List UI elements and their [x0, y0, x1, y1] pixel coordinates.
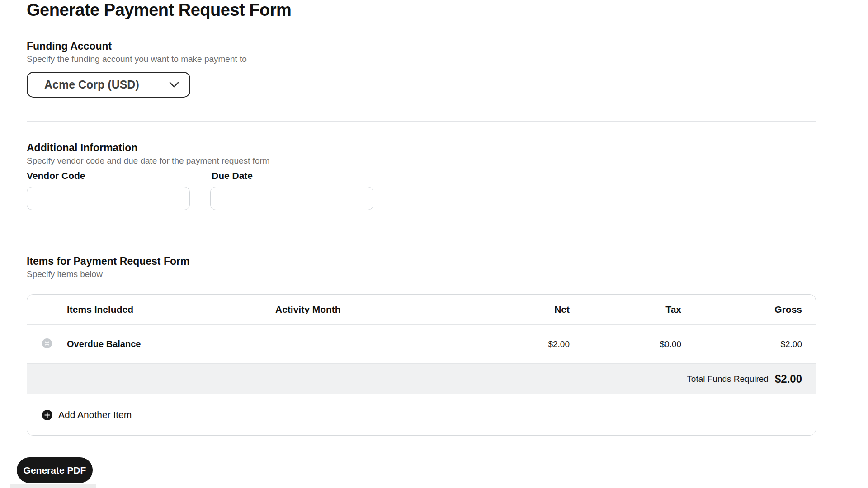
funding-account-selected-value: Acme Corp (USD) [44, 78, 139, 91]
remove-item-cell [27, 338, 67, 350]
column-header-gross: Gross [681, 304, 802, 315]
total-funds-row: Total Funds Required $2.00 [27, 364, 816, 394]
generate-pdf-button[interactable]: Generate PDF [17, 457, 93, 483]
additional-information-section: Additional Information Specify vendor co… [27, 141, 396, 210]
funding-account-description: Specify the funding account you want to … [27, 54, 247, 65]
items-table: Items Included Activity Month Net Tax Gr… [27, 294, 816, 436]
bottom-edge-strip [10, 484, 96, 488]
divider [27, 232, 816, 232]
divider [27, 121, 816, 122]
field-inputs-row [27, 187, 396, 210]
column-header-net: Net [488, 304, 570, 315]
items-description: Specify items below [27, 269, 816, 280]
payment-request-form-page: Generate Payment Request Form Funding Ac… [0, 0, 868, 488]
add-another-item-label: Add Another Item [58, 409, 132, 420]
item-gross: $2.00 [681, 339, 802, 349]
due-date-input[interactable] [210, 187, 373, 210]
column-header-items-included: Items Included [67, 304, 275, 315]
field-labels-row: Vendor Code Due Date [27, 171, 396, 180]
items-section: Items for Payment Request Form Specify i… [27, 255, 816, 436]
item-net: $2.00 [488, 339, 570, 349]
additional-information-heading: Additional Information [27, 141, 396, 154]
chevron-down-icon [169, 82, 179, 88]
divider [10, 452, 858, 452]
vendor-code-input[interactable] [27, 187, 190, 210]
total-funds-value: $2.00 [775, 373, 802, 385]
plus-circle-icon [42, 410, 52, 420]
item-tax: $0.00 [570, 339, 681, 349]
table-row: Overdue Balance $2.00 $0.00 $2.00 [27, 325, 816, 364]
funding-account-section: Funding Account Specify the funding acco… [27, 40, 247, 98]
funding-account-heading: Funding Account [27, 40, 247, 52]
due-date-label: Due Date [212, 171, 396, 180]
column-header-tax: Tax [570, 304, 681, 315]
additional-information-description: Specify vendor code and due date for the… [27, 155, 396, 166]
page-title: Generate Payment Request Form [27, 0, 291, 20]
remove-item-button[interactable] [42, 338, 52, 350]
vendor-code-label: Vendor Code [27, 171, 212, 180]
item-name: Overdue Balance [67, 339, 275, 349]
funding-account-select[interactable]: Acme Corp (USD) [27, 72, 190, 98]
column-header-activity-month: Activity Month [275, 304, 488, 315]
items-table-header: Items Included Activity Month Net Tax Gr… [27, 295, 816, 325]
total-funds-label: Total Funds Required [687, 374, 769, 384]
add-another-item-button[interactable]: Add Another Item [27, 394, 816, 435]
x-circle-icon [42, 338, 52, 350]
items-heading: Items for Payment Request Form [27, 255, 816, 267]
